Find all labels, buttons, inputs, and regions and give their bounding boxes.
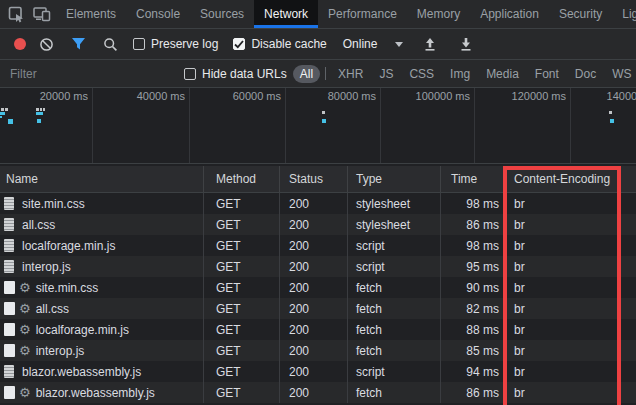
timeline-activity-marker [610, 119, 614, 123]
hide-data-urls-label: Hide data URLs [202, 67, 287, 81]
cell-name: all.css [0, 214, 203, 235]
cell-name: localforage.min.js [0, 235, 203, 256]
cell-method: GET [203, 298, 279, 319]
timeline-activity-marker [322, 111, 325, 114]
type-filter-all[interactable]: All [293, 65, 320, 83]
type-filter-js[interactable]: JS [372, 65, 400, 83]
cell-filler [620, 319, 636, 340]
table-row[interactable]: ⚙localforage.min.jsGET200fetch88 msbr [0, 319, 636, 340]
request-name: blazor.webassembly.js [36, 386, 155, 400]
cell-content-encoding: br [505, 298, 620, 319]
clear-icon[interactable] [33, 32, 59, 56]
requests-table: NameMethodStatusTypeTimeContent-Encoding… [0, 166, 636, 405]
timeline-activity-marker [0, 112, 5, 115]
record-icon[interactable] [7, 32, 33, 56]
search-icon[interactable] [97, 32, 123, 56]
tab-application[interactable]: Application [470, 0, 549, 28]
cell-filler [620, 235, 636, 256]
tab-console[interactable]: Console [126, 0, 190, 28]
column-header-content-encoding[interactable]: Content-Encoding [505, 166, 620, 192]
export-har-icon[interactable] [453, 32, 479, 56]
device-toolbar-icon[interactable] [32, 4, 52, 24]
chevron-down-icon [395, 42, 403, 47]
request-name: blazor.webassembly.js [22, 365, 141, 379]
filter-divider [325, 67, 326, 80]
cell-name: site.min.css [0, 193, 203, 214]
hide-data-urls-toggle[interactable]: Hide data URLs [184, 67, 287, 81]
cell-content-encoding: br [505, 256, 620, 277]
tab-network[interactable]: Network [254, 0, 318, 28]
timeline-activity-marker [43, 108, 45, 111]
hide-data-urls-checkbox[interactable] [184, 68, 196, 80]
type-filter-doc[interactable]: Doc [568, 65, 603, 83]
cell-content-encoding: br [505, 235, 620, 256]
column-header-time[interactable]: Time [440, 166, 505, 192]
document-icon [4, 197, 14, 210]
gear-icon: ⚙ [19, 344, 31, 357]
panel-tabs: ElementsConsoleSourcesNetworkPerformance… [56, 0, 636, 28]
timeline-gridline [92, 88, 93, 163]
cell-method: GET [203, 214, 279, 235]
cell-status: 200 [279, 277, 347, 298]
cell-filler [620, 340, 636, 361]
tab-memory[interactable]: Memory [407, 0, 470, 28]
type-filter-ws[interactable]: WS [605, 65, 636, 83]
timeline-activity-marker [36, 108, 39, 111]
cell-name: ⚙interop.js [0, 340, 203, 361]
fetch-file-icon [4, 386, 15, 399]
table-row[interactable]: site.min.cssGET200stylesheet98 msbr [0, 193, 636, 214]
column-header-status[interactable]: Status [279, 166, 347, 192]
inspect-icon[interactable] [6, 4, 26, 24]
table-row[interactable]: blazor.webassembly.jsGET200script94 msbr [0, 361, 636, 382]
type-filter-xhr[interactable]: XHR [331, 65, 370, 83]
filter-funnel-icon[interactable] [65, 32, 91, 56]
cell-method: GET [203, 193, 279, 214]
type-filter-font[interactable]: Font [528, 65, 566, 83]
fetch-file-icon [4, 302, 15, 315]
tab-elements[interactable]: Elements [56, 0, 126, 28]
gear-icon: ⚙ [19, 323, 31, 336]
table-row[interactable]: interop.jsGET200script95 msbr [0, 256, 636, 277]
main-toolbar: ElementsConsoleSourcesNetworkPerformance… [0, 0, 636, 29]
preserve-log-toggle[interactable]: Preserve log [133, 37, 218, 51]
table-row[interactable]: localforage.min.jsGET200script98 msbr [0, 235, 636, 256]
type-filter-img[interactable]: Img [443, 65, 477, 83]
table-row[interactable]: ⚙all.cssGET200fetch82 msbr [0, 298, 636, 319]
cell-status: 200 [279, 193, 347, 214]
timeline-gridline [474, 88, 475, 163]
cell-content-encoding: br [505, 361, 620, 382]
cell-time: 94 ms [440, 361, 505, 382]
disable-cache-toggle[interactable]: Disable cache [233, 37, 326, 51]
column-header-type[interactable]: Type [347, 166, 440, 192]
cell-name: ⚙site.min.css [0, 277, 203, 298]
network-overview-timeline[interactable]: 20000 ms40000 ms60000 ms80000 ms100000 m… [0, 88, 636, 164]
cell-content-encoding: br [505, 340, 620, 361]
table-row[interactable]: ⚙blazor.webassembly.jsGET200fetch86 msbr [0, 382, 636, 403]
gear-icon: ⚙ [19, 386, 31, 399]
throttling-select[interactable]: Online [343, 37, 404, 51]
preserve-log-checkbox[interactable] [133, 38, 145, 50]
tab-performance[interactable]: Performance [318, 0, 407, 28]
timeline-gridline [189, 88, 190, 163]
column-header-name[interactable]: Name [0, 166, 203, 192]
table-row[interactable]: ⚙interop.jsGET200fetch85 msbr [0, 340, 636, 361]
cell-name: interop.js [0, 256, 203, 277]
cell-time: 98 ms [440, 235, 505, 256]
type-filter-media[interactable]: Media [479, 65, 526, 83]
table-row[interactable]: ⚙site.min.cssGET200fetch90 msbr [0, 277, 636, 298]
filter-input[interactable] [8, 66, 172, 82]
tab-sources[interactable]: Sources [190, 0, 254, 28]
toolbar-left-icons [0, 0, 56, 28]
table-row[interactable]: all.cssGET200stylesheet86 msbr [0, 214, 636, 235]
import-har-icon[interactable] [417, 32, 443, 56]
tab-lighthouse[interactable]: Lighthouse [612, 0, 636, 28]
timeline-activity-marker [322, 119, 326, 123]
type-filter-css[interactable]: CSS [402, 65, 441, 83]
cell-type: script [347, 235, 440, 256]
disable-cache-checkbox[interactable] [233, 38, 245, 50]
cell-name: blazor.webassembly.js [0, 361, 203, 382]
timeline-tick-label: 120000 ms [504, 90, 566, 102]
column-header-method[interactable]: Method [203, 166, 279, 192]
request-name: interop.js [22, 260, 71, 274]
tab-security[interactable]: Security [549, 0, 612, 28]
